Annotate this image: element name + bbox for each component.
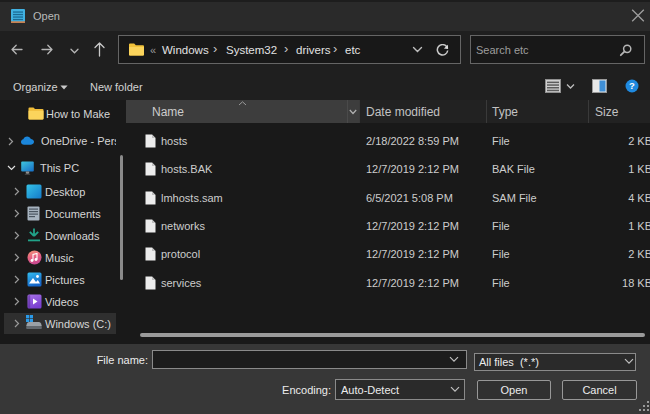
svg-text:?: ? [629,80,635,91]
